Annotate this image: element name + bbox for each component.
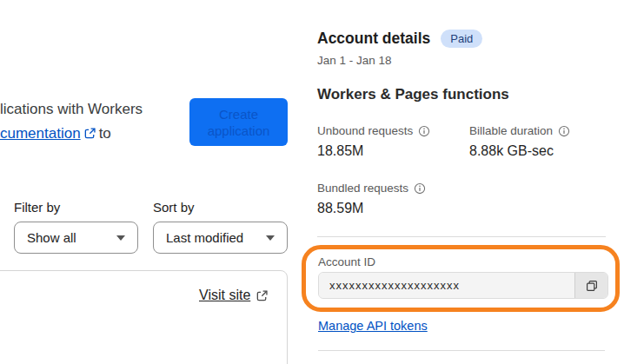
intro-line-1: lications with Workers: [0, 97, 143, 122]
stat-label-text: Bundled requests: [317, 182, 408, 195]
stat-value: 18.85M: [317, 143, 430, 159]
billing-date-range: Jan 1 - Jan 18: [317, 54, 392, 67]
visit-site-link[interactable]: Visit site: [199, 288, 269, 303]
intro-after-link: to: [99, 125, 111, 142]
account-details-header: Account details Paid: [317, 30, 482, 48]
stat-bundled-requests: Bundled requests 88.59M: [317, 182, 426, 216]
stat-unbound-requests: Unbound requests 18.85M: [317, 124, 430, 159]
visit-site-label: Visit site: [199, 288, 250, 303]
info-icon[interactable]: [418, 125, 430, 137]
filter-select-value: Show all: [27, 230, 76, 245]
account-id-field-group: [318, 272, 608, 299]
account-details-title: Account details: [317, 30, 430, 48]
stat-label-text: Billable duration: [469, 124, 553, 137]
stat-value: 8.88k GB-sec: [469, 143, 570, 159]
external-link-icon: [83, 127, 96, 140]
sort-by-label: Sort by: [153, 200, 195, 215]
divider: [318, 350, 605, 351]
stat-value: 88.59M: [317, 201, 426, 216]
intro-line-2: cumentationto: [0, 122, 143, 146]
intro-text: lications with Workers cumentationto: [0, 97, 143, 146]
manage-api-tokens-link[interactable]: Manage API tokens: [318, 319, 428, 333]
copy-icon: [585, 279, 599, 293]
stat-label: Billable duration: [469, 124, 570, 137]
account-id-input[interactable]: [319, 273, 574, 298]
stat-billable-duration: Billable duration 8.88k GB-sec: [469, 124, 570, 159]
account-id-label: Account ID: [318, 255, 375, 268]
divider: [317, 236, 606, 237]
paid-badge: Paid: [441, 30, 482, 48]
documentation-link[interactable]: cumentation: [0, 125, 81, 142]
stat-label: Unbound requests: [317, 124, 430, 137]
info-icon[interactable]: [414, 182, 426, 195]
stat-label: Bundled requests: [317, 182, 426, 195]
chevron-down-icon: [116, 235, 125, 241]
external-link-icon: [256, 289, 269, 302]
copy-account-id-button[interactable]: [574, 273, 607, 298]
chevron-down-icon: [266, 235, 275, 241]
filter-select[interactable]: Show all: [14, 222, 138, 254]
create-application-button[interactable]: Create application: [189, 98, 288, 146]
sort-select-value: Last modified: [166, 230, 243, 245]
filter-by-label: Filter by: [14, 200, 60, 215]
workers-pages-dashboard: lications with Workers cumentationto Cre…: [0, 0, 624, 364]
info-icon[interactable]: [558, 125, 570, 137]
workers-pages-functions-title: Workers & Pages functions: [317, 86, 509, 103]
sort-select[interactable]: Last modified: [153, 222, 288, 254]
project-card: [0, 270, 288, 364]
stat-label-text: Unbound requests: [317, 124, 413, 137]
